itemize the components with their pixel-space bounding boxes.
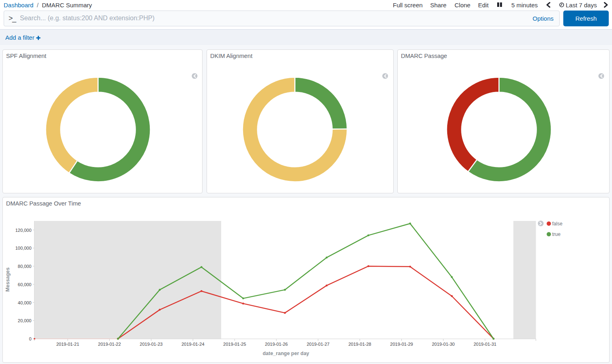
svg-text:2019-01-24: 2019-01-24 xyxy=(181,342,204,347)
svg-text:2019-01-27: 2019-01-27 xyxy=(307,342,330,347)
svg-text:0: 0 xyxy=(29,336,31,341)
svg-text:2019-01-28: 2019-01-28 xyxy=(348,342,371,347)
svg-text:20,000: 20,000 xyxy=(18,318,32,323)
svg-text:100,000: 100,000 xyxy=(15,246,32,251)
svg-text:2019-01-22: 2019-01-22 xyxy=(98,342,121,347)
svg-text:2019-01-25: 2019-01-25 xyxy=(223,342,246,347)
svg-text:false: false xyxy=(552,221,563,227)
svg-text:60,000: 60,000 xyxy=(18,282,32,287)
svg-text:Messages: Messages xyxy=(5,268,11,292)
svg-text:2019-01-31: 2019-01-31 xyxy=(474,342,496,347)
svg-text:date_range per day: date_range per day xyxy=(263,351,309,356)
svg-text:2019-01-29: 2019-01-29 xyxy=(390,342,413,347)
svg-text:80,000: 80,000 xyxy=(18,264,32,269)
svg-text:2019-01-26: 2019-01-26 xyxy=(265,342,288,347)
svg-text:2019-01-30: 2019-01-30 xyxy=(432,342,455,347)
svg-text:40,000: 40,000 xyxy=(18,300,32,305)
svg-text:true: true xyxy=(552,231,561,237)
svg-text:2019-01-21: 2019-01-21 xyxy=(56,342,79,347)
svg-text:2019-01-23: 2019-01-23 xyxy=(140,342,162,347)
svg-text:120,000: 120,000 xyxy=(15,228,32,233)
